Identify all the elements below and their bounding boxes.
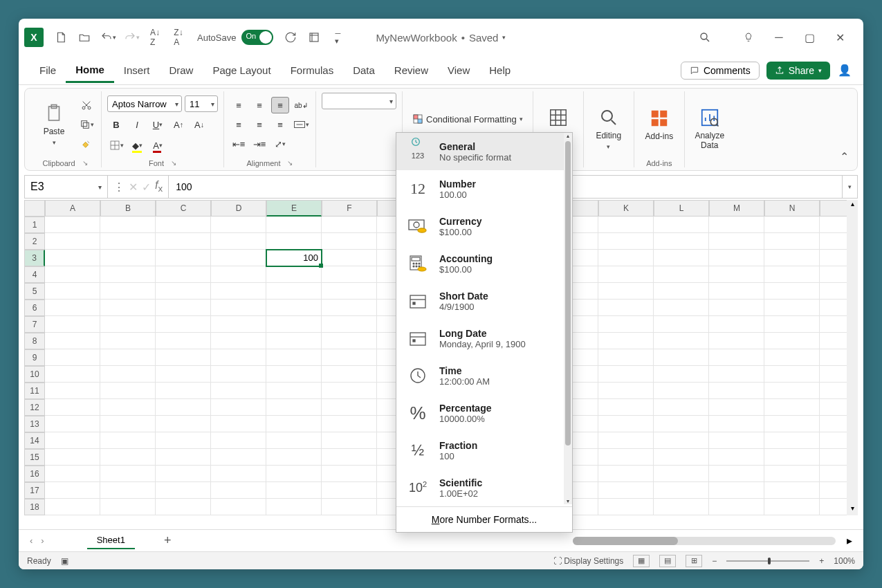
cell[interactable]: [45, 316, 100, 333]
normal-view-button[interactable]: ▦: [633, 555, 650, 567]
cell[interactable]: [709, 266, 764, 283]
vertical-scrollbar[interactable]: ▴ ▾: [847, 200, 858, 515]
cell[interactable]: [709, 349, 764, 366]
cell[interactable]: [100, 466, 156, 482]
cell[interactable]: [211, 349, 266, 366]
cell[interactable]: [654, 233, 709, 250]
dropdown-scrollbar[interactable]: ▴▾: [564, 133, 572, 504]
row-header[interactable]: 13: [24, 416, 45, 432]
column-header[interactable]: B: [100, 200, 156, 217]
fill-color-button[interactable]: ◆▾: [128, 137, 146, 154]
cell[interactable]: [45, 499, 100, 515]
cell[interactable]: [322, 449, 377, 466]
cell[interactable]: [211, 283, 266, 300]
conditional-formatting-button[interactable]: Conditional Formatting▾: [408, 111, 527, 127]
row-header[interactable]: 3: [24, 250, 45, 266]
tab-formulas[interactable]: Formulas: [281, 59, 344, 82]
row-header[interactable]: 1: [24, 217, 45, 233]
number-format-option-long-date[interactable]: Long DateMonday, April 9, 1900: [396, 320, 572, 357]
cell[interactable]: [654, 300, 709, 316]
search-button[interactable]: [696, 28, 714, 46]
cell[interactable]: [598, 217, 654, 233]
align-top-button[interactable]: ≡: [230, 97, 248, 113]
document-title[interactable]: MyNewWorkbook • Saved ▾: [376, 32, 506, 44]
select-all-corner[interactable]: [24, 200, 45, 217]
cell[interactable]: [45, 366, 100, 383]
cell[interactable]: [322, 399, 377, 416]
cell[interactable]: [598, 316, 654, 333]
cell[interactable]: [211, 266, 266, 283]
cell[interactable]: [654, 266, 709, 283]
cell[interactable]: [266, 499, 322, 515]
copy-button[interactable]: ▾: [77, 116, 95, 133]
page-break-view-button[interactable]: ⊞: [686, 555, 702, 567]
cell[interactable]: [266, 300, 322, 316]
cell[interactable]: [709, 217, 764, 233]
number-format-option-percentage[interactable]: %Percentage10000.00%: [396, 394, 572, 432]
cell[interactable]: [156, 333, 211, 349]
cell[interactable]: [156, 416, 211, 432]
row-header[interactable]: 14: [24, 432, 45, 449]
cell[interactable]: [156, 399, 211, 416]
cell[interactable]: [156, 432, 211, 449]
cell[interactable]: [211, 333, 266, 349]
cell[interactable]: [156, 283, 211, 300]
cell[interactable]: [211, 466, 266, 482]
tips-icon[interactable]: [742, 30, 755, 44]
cell[interactable]: [156, 233, 211, 250]
cell[interactable]: [598, 399, 654, 416]
cell[interactable]: [654, 283, 709, 300]
italic-button[interactable]: I: [128, 116, 146, 133]
cell[interactable]: [654, 349, 709, 366]
cell[interactable]: [654, 383, 709, 399]
cell[interactable]: [709, 300, 764, 316]
name-box[interactable]: E3: [25, 176, 108, 198]
cell[interactable]: [764, 217, 820, 233]
cell[interactable]: [764, 383, 820, 399]
cell[interactable]: [654, 482, 709, 499]
cell[interactable]: [764, 333, 820, 349]
tab-draw[interactable]: Draw: [159, 59, 203, 82]
fx-options-icon[interactable]: ⋮: [113, 181, 125, 194]
cell[interactable]: [322, 333, 377, 349]
number-format-option-general[interactable]: 123GeneralNo specific format: [396, 133, 572, 170]
cell[interactable]: [45, 333, 100, 349]
cell[interactable]: [764, 233, 820, 250]
cell[interactable]: [598, 283, 654, 300]
cell[interactable]: [598, 366, 654, 383]
cell[interactable]: [764, 366, 820, 383]
cell[interactable]: [211, 250, 266, 266]
cell[interactable]: [598, 250, 654, 266]
addins-button[interactable]: Add-ins: [640, 108, 679, 141]
cell[interactable]: [100, 349, 156, 366]
cell[interactable]: [266, 449, 322, 466]
cell[interactable]: [211, 399, 266, 416]
column-header[interactable]: D: [211, 200, 266, 217]
analyze-data-button[interactable]: Analyze Data: [690, 107, 729, 150]
column-header[interactable]: E: [266, 200, 322, 217]
number-format-option-fraction[interactable]: ½Fraction100: [396, 432, 572, 469]
underline-button[interactable]: U▾: [149, 116, 167, 133]
cell[interactable]: [322, 250, 377, 266]
cell[interactable]: [45, 266, 100, 283]
cell[interactable]: [654, 316, 709, 333]
cell[interactable]: [266, 217, 322, 233]
sheet-nav-prev[interactable]: ‹: [30, 535, 33, 546]
cell[interactable]: [45, 449, 100, 466]
cell[interactable]: [45, 466, 100, 482]
merge-center-button[interactable]: ▾: [292, 116, 310, 133]
cell[interactable]: [764, 316, 820, 333]
maximize-button[interactable]: ▢: [802, 30, 816, 44]
number-format-option-accounting[interactable]: Accounting $100.00: [396, 245, 572, 282]
cell[interactable]: [322, 366, 377, 383]
decrease-indent-button[interactable]: ⇤≡: [230, 136, 248, 152]
decrease-font-button[interactable]: A↓: [190, 116, 208, 133]
cell[interactable]: [322, 499, 377, 515]
row-header[interactable]: 12: [24, 399, 45, 416]
cell[interactable]: [211, 366, 266, 383]
sort-asc-icon[interactable]: A↓Z: [145, 27, 165, 48]
cell[interactable]: [156, 449, 211, 466]
bold-button[interactable]: B: [107, 116, 125, 133]
cell[interactable]: [709, 250, 764, 266]
cell[interactable]: [709, 383, 764, 399]
